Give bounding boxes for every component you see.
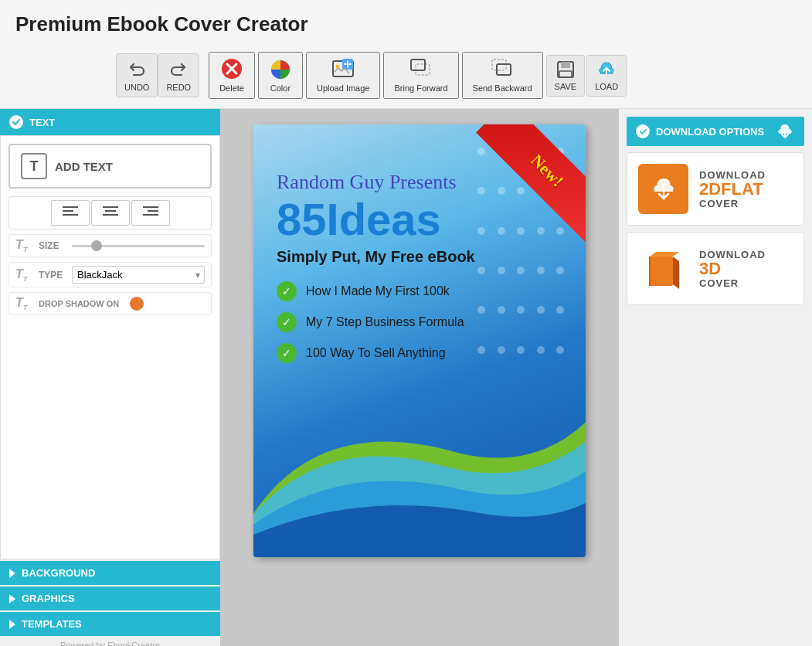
undo-button[interactable]: UNDO [116, 53, 158, 97]
upload-image-icon [331, 58, 355, 81]
list-item: ✓ 100 Way To Sell Anything [277, 343, 578, 363]
cover-content: Random Guy Presents 85Ideas Simply Put, … [277, 171, 578, 363]
cover-subtitle: Random Guy Presents [277, 171, 578, 194]
background-section-header[interactable]: BACKGROUND [0, 561, 220, 585]
cloud-2d-icon [648, 174, 679, 205]
text-check-icon [9, 115, 23, 129]
download-3d-icon [638, 243, 688, 294]
main-layout: TEXT T ADD TEXT [0, 109, 812, 646]
drop-shadow-text-icon: TT [15, 296, 32, 311]
text-section-header[interactable]: TEXT [0, 109, 220, 135]
alignment-row [8, 196, 212, 230]
graphics-section-header[interactable]: GRAPHICS [0, 586, 220, 610]
check-circle-icon: ✓ [277, 281, 297, 301]
bottom-sections: BACKGROUND GRAPHICS TEMPLATES [0, 559, 220, 636]
svg-marker-30 [650, 252, 679, 257]
align-right-button[interactable] [131, 200, 170, 226]
ebook-cover[interactable]: New! Random Guy Presents 85Ideas Simply … [253, 124, 586, 557]
type-text-icon: TT [15, 267, 32, 283]
type-row: TT TYPE BlackJack Arial Times New Roman … [8, 262, 212, 287]
redo-button[interactable]: REDO [158, 53, 199, 97]
save-load-group: SAVE LOAD [546, 55, 627, 97]
toolbar: UNDO REDO Delete [15, 46, 797, 102]
cover-tagline: Simply Put, My Free eBook [277, 248, 578, 266]
t-icon: T [21, 153, 47, 179]
load-button[interactable]: LOAD [586, 55, 627, 97]
bring-forward-button[interactable]: Bring Forward [383, 52, 458, 99]
cloud-download-icon [775, 123, 795, 140]
check-circle-icon: ✓ [277, 343, 297, 363]
download-options-header: DOWNLOAD OPTIONS [627, 117, 804, 146]
size-slider[interactable] [72, 245, 205, 247]
svg-rect-15 [559, 71, 572, 77]
download-check-icon [636, 124, 650, 138]
send-backward-icon [491, 58, 514, 81]
send-backward-button[interactable]: Send Backward [462, 52, 543, 99]
delete-icon [220, 58, 243, 81]
check-circle-icon: ✓ [277, 312, 297, 332]
size-row: TT SIZE [8, 234, 212, 257]
delete-button[interactable]: Delete [209, 52, 255, 99]
download-2d-icon [638, 164, 688, 214]
load-icon [597, 60, 616, 80]
book-3d-svg [640, 246, 687, 292]
font-type-select[interactable]: BlackJack Arial Times New Roman Verdana … [72, 266, 205, 284]
redo-icon [168, 59, 189, 80]
list-item: ✓ How I Made My First 100k [277, 281, 578, 301]
undo-redo-group: UNDO REDO [116, 53, 199, 97]
download-header-left: DOWNLOAD OPTIONS [636, 124, 764, 138]
footer-text: Powered by EbookCreator [0, 636, 220, 646]
templates-expand-icon [9, 620, 15, 629]
bring-forward-icon [409, 58, 433, 81]
templates-section-header[interactable]: TEMPLATES [0, 612, 220, 636]
font-select-wrapper: BlackJack Arial Times New Roman Verdana … [72, 266, 205, 284]
svg-rect-28 [650, 257, 673, 286]
align-left-button[interactable] [51, 200, 90, 226]
app-title: Premium Ebook Cover Creator [15, 12, 797, 36]
graphics-expand-icon [9, 594, 15, 604]
svg-marker-29 [673, 257, 679, 289]
color-icon [269, 58, 292, 81]
canvas-area[interactable]: New! Random Guy Presents 85Ideas Simply … [220, 109, 619, 646]
download-2d-card[interactable]: DOWNLOAD 2DFLAT COVER [627, 152, 804, 226]
cover-list: ✓ How I Made My First 100k ✓ My 7 Step B… [277, 281, 578, 363]
text-panel-content: T ADD TEXT [0, 135, 220, 559]
save-icon [556, 60, 575, 80]
color-button[interactable]: Color [258, 52, 303, 99]
download-2d-label: DOWNLOAD 2DFLAT COVER [699, 169, 766, 209]
undo-icon [126, 59, 148, 80]
save-button[interactable]: SAVE [546, 55, 586, 97]
app-header: Premium Ebook Cover Creator UNDO [0, 0, 812, 109]
size-text-icon: TT [15, 238, 32, 253]
left-panel: TEXT T ADD TEXT [0, 109, 220, 646]
download-3d-label: DOWNLOAD 3D COVER [699, 249, 766, 289]
add-text-button[interactable]: T ADD TEXT [8, 144, 212, 189]
shadow-toggle-dot[interactable] [130, 297, 144, 311]
list-item: ✓ My 7 Step Business Formula [277, 312, 578, 332]
svg-rect-12 [497, 64, 511, 75]
cover-title: 85Ideas [277, 197, 578, 242]
svg-rect-10 [411, 60, 425, 70]
download-3d-card[interactable]: DOWNLOAD 3D COVER [627, 232, 804, 305]
background-expand-icon [9, 569, 15, 578]
upload-image-button[interactable]: Upload Image [306, 52, 381, 99]
align-center-button[interactable] [91, 200, 130, 226]
svg-rect-14 [561, 62, 570, 68]
svg-point-8 [336, 65, 340, 69]
right-panel: DOWNLOAD OPTIONS DOWNLOAD 2DFLAT COVER [619, 109, 812, 646]
drop-shadow-row: TT DROP SHADOW ON [8, 292, 212, 315]
